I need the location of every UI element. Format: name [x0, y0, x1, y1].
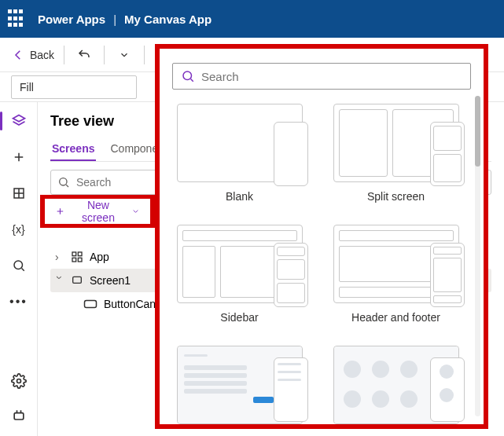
tree-label: App: [90, 251, 109, 263]
rail-settings[interactable]: [8, 370, 30, 392]
rail-data[interactable]: [8, 182, 30, 204]
property-name: Fill: [20, 81, 34, 93]
title-divider: |: [113, 13, 116, 26]
new-screen-popup: Blank Split screen: [160, 49, 484, 424]
property-selector[interactable]: Fill: [11, 75, 137, 99]
chevron-right-icon: ›: [55, 251, 64, 263]
svg-rect-3: [14, 413, 24, 420]
tree-label: Screen1: [90, 274, 131, 287]
template-thumb: [177, 225, 303, 303]
search-icon: [57, 176, 70, 189]
gear-icon: [11, 373, 27, 389]
back-label: Back: [30, 49, 54, 61]
app-title: Power Apps | My Canvas App: [38, 13, 212, 26]
app-icon: [71, 251, 83, 263]
undo-dropdown[interactable]: [114, 45, 134, 65]
template-label: Blank: [226, 190, 253, 203]
plus-icon: [12, 150, 26, 164]
phone-overlay-icon: [430, 243, 465, 307]
phone-overlay-icon: [274, 357, 308, 422]
template-header-footer[interactable]: Header and footer: [329, 225, 463, 324]
rail-help[interactable]: [8, 405, 30, 427]
undo-button[interactable]: [74, 45, 94, 65]
popup-scrollbar[interactable]: [475, 96, 480, 416]
svg-rect-9: [73, 277, 82, 283]
template-label: Header and footer: [351, 311, 440, 324]
scrollbar-thumb[interactable]: [475, 96, 480, 167]
phone-overlay-icon: [274, 122, 308, 186]
svg-point-1: [14, 261, 23, 269]
search-icon: [12, 258, 26, 273]
template-thumb: [177, 104, 303, 182]
back-arrow-icon: [11, 48, 25, 62]
ellipsis-icon: •••: [9, 295, 28, 309]
template-blank[interactable]: Blank: [172, 104, 307, 203]
virtual-agent-icon: [11, 408, 27, 423]
highlight-new-screen-popup: Blank Split screen: [155, 44, 488, 429]
variables-icon: {x}: [12, 223, 24, 236]
template-form[interactable]: [172, 346, 307, 424]
chevron-down-icon: [131, 207, 140, 216]
button-icon: [83, 299, 97, 310]
new-screen-label: New screen: [72, 199, 125, 224]
new-screen-button[interactable]: New screen: [45, 199, 150, 224]
back-button[interactable]: Back: [11, 48, 54, 62]
template-search-input[interactable]: [201, 70, 462, 83]
search-icon: [181, 69, 195, 83]
screen-icon: [71, 274, 83, 287]
template-label: Split screen: [367, 190, 425, 203]
document-name: My Canvas App: [124, 13, 212, 26]
template-sidebar[interactable]: Sidebar: [172, 225, 307, 324]
highlight-new-screen: New screen: [40, 195, 155, 228]
chevron-down-icon: [119, 49, 130, 60]
svg-rect-5: [72, 252, 76, 256]
template-thumb: [333, 346, 459, 424]
chevron-down-icon: ›: [53, 276, 66, 285]
rail-more[interactable]: •••: [8, 291, 30, 313]
template-split-screen[interactable]: Split screen: [329, 104, 463, 203]
separator: [144, 46, 145, 64]
svg-point-2: [17, 379, 20, 383]
tab-screens[interactable]: Screens: [50, 137, 96, 161]
phone-overlay-icon: [430, 357, 465, 422]
template-search[interactable]: [172, 63, 471, 90]
svg-rect-7: [72, 258, 76, 262]
left-rail: {x} •••: [0, 102, 38, 436]
grid-icon: [12, 186, 26, 200]
svg-rect-6: [78, 252, 82, 256]
title-bar: Power Apps | My Canvas App: [0, 0, 504, 38]
undo-icon: [77, 48, 91, 62]
layers-icon: [11, 113, 27, 129]
plus-icon: [55, 206, 65, 217]
separator: [104, 46, 105, 64]
product-name: Power Apps: [38, 13, 105, 26]
rail-insert[interactable]: [8, 146, 30, 168]
template-thumb: [177, 346, 303, 424]
rail-search[interactable]: [8, 255, 30, 277]
rail-variables[interactable]: {x}: [8, 218, 30, 240]
rail-tree-view[interactable]: [8, 110, 30, 132]
app-launcher-icon[interactable]: [8, 9, 27, 28]
svg-point-4: [60, 178, 67, 185]
phone-overlay-icon: [274, 243, 308, 307]
template-thumb: [333, 104, 459, 182]
template-label: Sidebar: [220, 311, 258, 324]
svg-point-11: [183, 71, 192, 80]
template-grid: Blank Split screen: [172, 104, 471, 424]
phone-overlay-icon: [430, 122, 465, 186]
separator: [64, 46, 64, 64]
template-thumb: [333, 225, 459, 303]
svg-rect-10: [85, 301, 97, 308]
template-gallery[interactable]: [329, 346, 463, 424]
svg-rect-8: [78, 258, 82, 262]
